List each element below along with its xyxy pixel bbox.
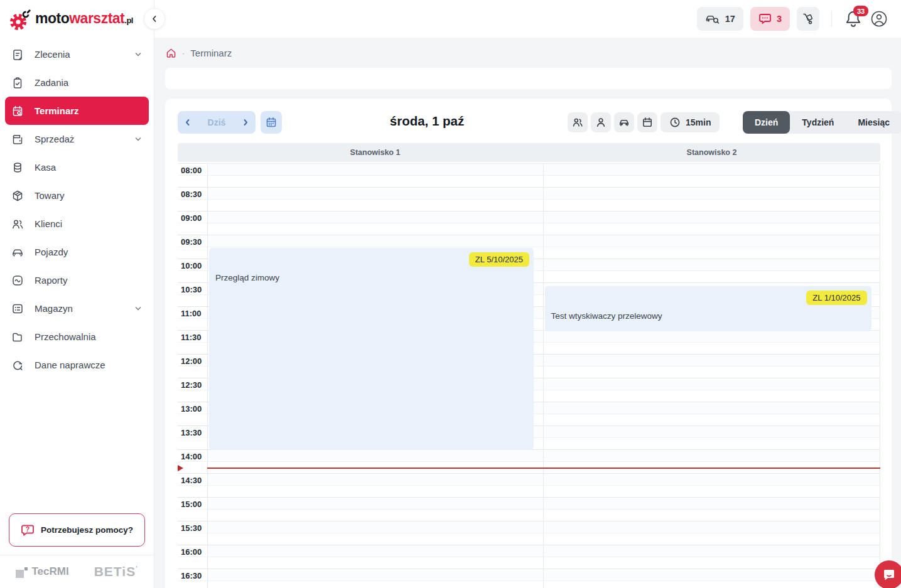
time-label: 12:00 — [181, 356, 202, 366]
notifications-badge: 33 — [853, 6, 868, 16]
date-picker-button[interactable] — [261, 111, 282, 134]
interval-selector[interactable]: 15min — [661, 112, 720, 132]
car-search-icon — [705, 13, 720, 25]
user-icon — [595, 117, 607, 128]
today-button[interactable]: Dziś — [198, 117, 235, 127]
time-label: 10:30 — [181, 285, 202, 294]
account-button[interactable] — [870, 9, 888, 28]
interval-label: 15min — [686, 117, 711, 127]
tab-month[interactable]: Miesiąc — [846, 111, 901, 134]
vehicle-filter-button[interactable] — [614, 112, 634, 132]
sidebar-item-zlecenia[interactable]: Zlecenia — [5, 40, 149, 68]
time-label: 12:30 — [181, 380, 202, 390]
sidebar-item-terminarz[interactable]: Terminarz — [5, 97, 149, 125]
home-icon[interactable] — [166, 48, 176, 58]
storage-icon — [11, 331, 24, 343]
breadcrumb-separator: · — [182, 48, 185, 58]
time-label: 14:30 — [181, 476, 202, 485]
time-label: 16:30 — [181, 571, 202, 580]
time-label: 13:30 — [181, 428, 202, 437]
time-label: 08:30 — [181, 190, 202, 199]
calendar-column-stanowisko-2[interactable]: ZL 1/10/2025 Test wtyskiwaczy przelewowy — [543, 164, 880, 588]
cash-icon — [11, 161, 24, 174]
brand-logo[interactable]: motowarsztat.pl — [9, 8, 133, 31]
resource-header-stanowisko-1: Stanowisko 1 — [207, 143, 543, 162]
sidebar-collapse-button[interactable] — [144, 8, 165, 29]
sidebar-item-label: Sprzedaż — [35, 134, 74, 144]
resource-header-stanowisko-2: Stanowisko 2 — [543, 143, 880, 162]
time-label: 11:30 — [181, 333, 202, 342]
chat-smile-icon — [882, 567, 897, 582]
time-slot: 16:00 — [178, 545, 207, 569]
sidebar-item-label: Klienci — [35, 218, 62, 229]
view-switcher: Dzień Tydzień Miesiąc — [743, 111, 901, 134]
sidebar-item-label: Magazyn — [35, 303, 73, 314]
sidebar-item-klienci[interactable]: Klienci — [5, 210, 149, 238]
topbar: 17 3 33 — [154, 0, 901, 38]
time-slot: 10:00 — [178, 259, 207, 283]
calendar-column-stanowisko-1[interactable]: ZL 5/10/2025 Przegląd zimowy — [207, 164, 543, 588]
sales-icon — [11, 133, 24, 146]
next-day-button[interactable] — [235, 111, 256, 134]
chevron-left-icon — [183, 118, 192, 127]
sidebar-item-label: Dane naprawcze — [35, 360, 105, 370]
current-time-arrow — [178, 465, 186, 471]
prev-day-button[interactable] — [178, 111, 198, 134]
event-test-wtryskiwaczy[interactable]: ZL 1/10/2025 Test wtyskiwaczy przelewowy — [545, 286, 871, 331]
time-gutter: 08:0008:3009:0009:3010:0010:3011:0011:30… — [178, 164, 207, 588]
calendar-settings-button[interactable] — [637, 112, 657, 132]
sidebar-item-label: Zadania — [35, 77, 68, 88]
help-button[interactable]: ? Potrzebujesz pomocy? — [9, 513, 145, 547]
filters-bar — [165, 68, 892, 89]
calendar-search-icon — [11, 105, 24, 117]
time-slot: 14:30 — [178, 474, 207, 498]
person-filter-button[interactable] — [591, 112, 611, 132]
help-button-label: Potrzebujesz pomocy? — [41, 525, 133, 535]
time-slot: 15:00 — [178, 498, 207, 521]
avatar-icon — [870, 9, 888, 28]
sidebar-item-label: Zlecenia — [35, 49, 70, 60]
sidebar-item-label: Kasa — [35, 162, 56, 173]
sidebar-item-przechowalnia[interactable]: Przechowalnia — [5, 323, 149, 351]
time-label: 09:00 — [181, 213, 202, 223]
employees-filter-button[interactable] — [568, 112, 588, 132]
calendar-icon — [266, 117, 277, 128]
event-order-badge[interactable]: ZL 1/10/2025 — [806, 291, 866, 305]
time-label: 16:00 — [181, 547, 202, 557]
reports-icon — [11, 274, 24, 287]
time-slot: 11:00 — [178, 307, 207, 331]
event-order-badge[interactable]: ZL 5/10/2025 — [469, 252, 529, 267]
time-slot: 13:00 — [178, 402, 207, 426]
chat-fab[interactable] — [875, 560, 901, 588]
sidebar-item-raporty[interactable]: Raporty — [5, 266, 149, 294]
time-slot: 12:00 — [178, 355, 207, 378]
tab-day[interactable]: Dzień — [743, 111, 790, 134]
clock-icon — [669, 117, 681, 128]
messages-button[interactable]: 3 — [750, 7, 790, 31]
clients-icon — [11, 218, 24, 230]
hand-truck-button[interactable] — [797, 7, 819, 31]
sidebar-item-dane-naprawcze[interactable]: Dane naprawcze — [5, 351, 149, 379]
notifications-button[interactable]: 33 — [844, 9, 863, 29]
sidebar-item-zadania[interactable]: Zadania — [5, 68, 149, 97]
sidebar-item-pojazdy[interactable]: Pojazdy — [5, 238, 149, 266]
event-przeglad-zimowy[interactable]: ZL 5/10/2025 Przegląd zimowy — [209, 248, 534, 450]
vehicles-counter-button[interactable]: 17 — [697, 7, 743, 31]
users-icon — [572, 117, 583, 128]
tab-week[interactable]: Tydzień — [790, 111, 846, 134]
sidebar-item-sprzedaz[interactable]: Sprzedaż — [5, 125, 149, 153]
time-slot: 09:00 — [178, 211, 207, 235]
time-label: 11:00 — [181, 309, 202, 318]
sidebar-item-kasa[interactable]: Kasa — [5, 153, 149, 181]
time-slot: 16:30 — [178, 569, 207, 588]
time-label: 08:00 — [181, 166, 202, 175]
sidebar-item-magazyn[interactable]: Magazyn — [5, 294, 149, 323]
betis-logo: BETiS' — [94, 564, 138, 579]
vehicles-count: 17 — [725, 14, 735, 24]
sidebar-item-towary[interactable]: Towary — [5, 181, 149, 210]
time-slot: 13:30 — [178, 426, 207, 450]
time-slot: 08:30 — [178, 188, 207, 211]
goods-icon — [11, 190, 24, 202]
time-label: 10:00 — [181, 261, 202, 270]
chevron-left-icon — [150, 14, 159, 23]
